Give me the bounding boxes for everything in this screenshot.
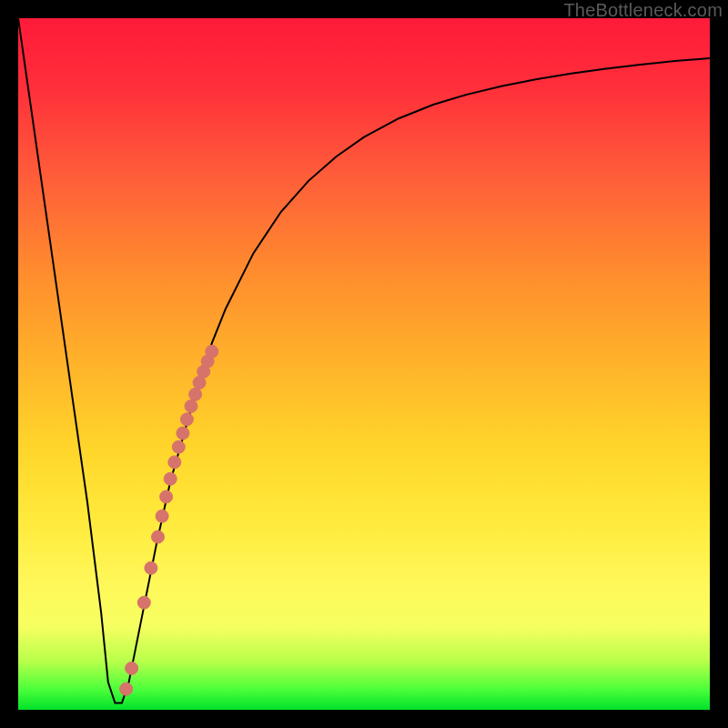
- marker-point: [180, 413, 193, 426]
- bottleneck-curve-path: [18, 18, 710, 703]
- marker-point: [126, 662, 138, 674]
- marker-point: [177, 427, 189, 440]
- marker-point: [137, 596, 150, 609]
- marker-point: [185, 399, 197, 412]
- curve-layer: [18, 18, 710, 710]
- marker-point: [152, 531, 165, 543]
- plot-area: [18, 18, 710, 710]
- marker-point: [172, 440, 185, 453]
- chart-frame: TheBottleneck.com: [0, 0, 728, 728]
- marker-point: [145, 561, 157, 574]
- marker-point: [164, 472, 177, 485]
- marker-point: [160, 490, 173, 503]
- marker-group: [120, 345, 218, 695]
- marker-point: [168, 456, 181, 469]
- marker-point: [156, 510, 168, 522]
- marker-point: [120, 682, 133, 695]
- marker-point: [189, 388, 202, 400]
- marker-point: [206, 345, 218, 358]
